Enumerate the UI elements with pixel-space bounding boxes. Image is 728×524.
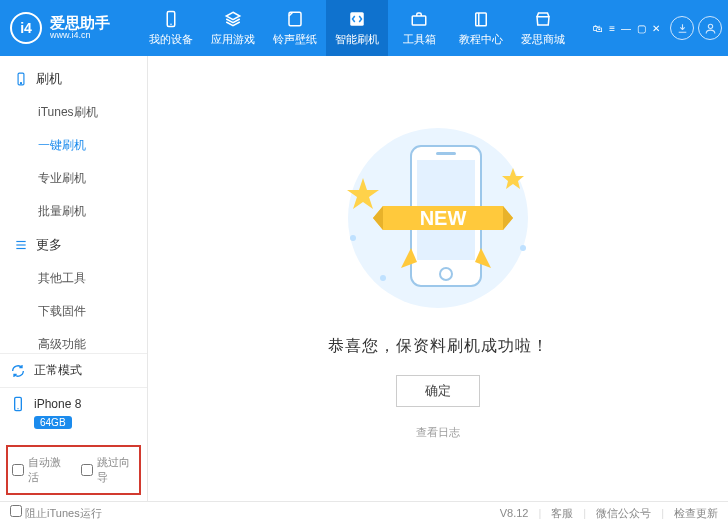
footer-link-update[interactable]: 检查更新 [674, 506, 718, 521]
device-icon [10, 396, 26, 412]
nav-note[interactable]: 铃声壁纸 [264, 0, 326, 56]
sidebar-item[interactable]: 高级功能 [0, 328, 147, 353]
download-button[interactable] [670, 16, 694, 40]
brand-logo[interactable]: i4 爱思助手 www.i4.cn [0, 12, 140, 44]
sidebar-section: 更多 [0, 228, 147, 262]
svg-rect-24 [436, 152, 456, 155]
svg-point-19 [520, 245, 526, 251]
success-illustration: NEW [323, 118, 553, 318]
shop-icon [534, 10, 552, 28]
nav-book[interactable]: 教程中心 [450, 0, 512, 56]
arrows-icon [348, 10, 366, 28]
phone-icon [14, 72, 28, 86]
block-itunes-checkbox[interactable]: 阻止iTunes运行 [10, 505, 102, 521]
footer-link-wechat[interactable]: 微信公众号 [596, 506, 651, 521]
minimize-icon[interactable]: — [621, 23, 631, 34]
skip-guide-checkbox[interactable]: 跳过向导 [81, 455, 136, 485]
svg-point-14 [17, 408, 18, 409]
case-icon [410, 10, 428, 28]
footer-link-support[interactable]: 客服 [551, 506, 573, 521]
menu-icon[interactable]: ≡ [609, 23, 615, 34]
status-label: 正常模式 [34, 362, 82, 379]
svg-point-20 [380, 275, 386, 281]
cart-icon[interactable]: 🛍 [593, 23, 603, 34]
nav-phone[interactable]: 我的设备 [140, 0, 202, 56]
maximize-icon[interactable]: ▢ [637, 23, 646, 34]
header-right: 🛍 ≡ — ▢ ✕ [593, 16, 728, 40]
svg-point-9 [20, 83, 21, 84]
svg-point-1 [170, 23, 172, 25]
refresh-icon [10, 363, 26, 379]
close-icon[interactable]: ✕ [652, 23, 660, 34]
device-name: iPhone 8 [34, 397, 81, 411]
book-icon [472, 10, 490, 28]
window-controls: 🛍 ≡ — ▢ ✕ [593, 23, 660, 34]
view-log-link[interactable]: 查看日志 [416, 425, 460, 440]
top-nav: 我的设备应用游戏铃声壁纸智能刷机工具箱教程中心爱思商城 [140, 0, 574, 56]
note-icon [286, 10, 304, 28]
sidebar-item[interactable]: iTunes刷机 [0, 96, 147, 129]
device-panel[interactable]: iPhone 8 64GB [0, 387, 147, 439]
nav-case[interactable]: 工具箱 [388, 0, 450, 56]
body: 刷机iTunes刷机一键刷机专业刷机批量刷机更多其他工具下载固件高级功能 正常模… [0, 56, 728, 501]
sidebar-section: 刷机 [0, 62, 147, 96]
sidebar-item[interactable]: 其他工具 [0, 262, 147, 295]
svg-rect-4 [412, 16, 426, 25]
footer: 阻止iTunes运行 V8.12 | 客服 | 微信公众号 | 检查更新 [0, 501, 728, 524]
svg-point-18 [350, 235, 356, 241]
svg-point-7 [708, 24, 712, 28]
sidebar-item[interactable]: 下载固件 [0, 295, 147, 328]
success-message: 恭喜您，保资料刷机成功啦！ [328, 336, 549, 357]
device-storage-badge: 64GB [34, 416, 72, 429]
app-icon [224, 10, 242, 28]
sidebar-item[interactable]: 批量刷机 [0, 195, 147, 228]
sidebar-item[interactable]: 专业刷机 [0, 162, 147, 195]
svg-rect-5 [476, 13, 487, 26]
ok-button[interactable]: 确定 [396, 375, 480, 407]
logo-icon: i4 [10, 12, 42, 44]
nav-app[interactable]: 应用游戏 [202, 0, 264, 56]
flash-options-highlight: 自动激活 跳过向导 [6, 445, 141, 495]
phone-icon [162, 10, 180, 28]
version-label: V8.12 [500, 507, 529, 519]
nav-arrows[interactable]: 智能刷机 [326, 0, 388, 56]
brand-name-en: www.i4.cn [50, 31, 110, 40]
ribbon-text: NEW [420, 207, 467, 229]
list-icon [14, 238, 28, 252]
brand-name-cn: 爱思助手 [50, 15, 110, 31]
sidebar-item[interactable]: 一键刷机 [0, 129, 147, 162]
nav-shop[interactable]: 爱思商城 [512, 0, 574, 56]
auto-activate-checkbox[interactable]: 自动激活 [12, 455, 67, 485]
sidebar: 刷机iTunes刷机一键刷机专业刷机批量刷机更多其他工具下载固件高级功能 正常模… [0, 56, 148, 501]
user-button[interactable] [698, 16, 722, 40]
header: i4 爱思助手 www.i4.cn 我的设备应用游戏铃声壁纸智能刷机工具箱教程中… [0, 0, 728, 56]
main-panel: NEW 恭喜您，保资料刷机成功啦！ 确定 查看日志 [148, 56, 728, 501]
status-panel[interactable]: 正常模式 [0, 353, 147, 387]
